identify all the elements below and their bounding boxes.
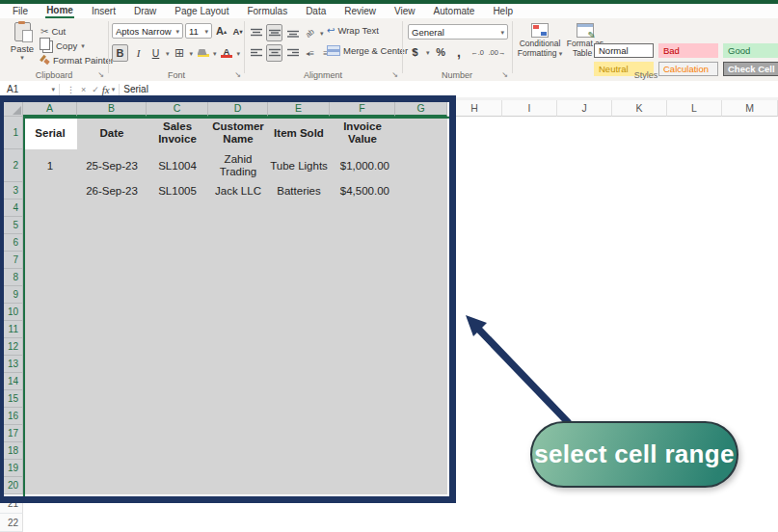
cell-K13[interactable]	[612, 356, 668, 374]
cell-H18[interactable]	[447, 442, 503, 461]
cell-H5[interactable]	[447, 217, 503, 235]
row-header-20[interactable]: 20	[0, 477, 23, 494]
cell-D22[interactable]	[208, 514, 269, 532]
cell-D2[interactable]: Zahid Trading	[208, 149, 269, 183]
cell-D6[interactable]	[208, 234, 269, 253]
cell-D12[interactable]	[208, 338, 269, 357]
cell-H15[interactable]	[447, 390, 503, 409]
fill-color-button[interactable]	[196, 45, 210, 61]
column-header-M[interactable]: M	[722, 100, 778, 117]
more-options-icon[interactable]: ⋮	[64, 85, 78, 94]
cell-G11[interactable]	[395, 321, 448, 339]
cell-L6[interactable]	[667, 234, 723, 253]
decrease-decimal-button[interactable]: .00→	[489, 44, 506, 60]
cell-A17[interactable]	[23, 425, 78, 443]
cell-J21[interactable]	[557, 494, 613, 515]
cell-C6[interactable]	[147, 234, 209, 253]
cell-F21[interactable]	[330, 494, 396, 515]
cell-A5[interactable]	[23, 217, 78, 235]
cell-B5[interactable]	[77, 217, 148, 235]
cell-C16[interactable]	[147, 408, 209, 426]
cell-C20[interactable]	[147, 477, 209, 495]
row-header-19[interactable]: 19	[0, 460, 23, 477]
row-header-21[interactable]: 21	[0, 494, 23, 514]
cell-I12[interactable]	[502, 338, 558, 357]
cell-C13[interactable]	[147, 356, 209, 374]
cell-B17[interactable]	[77, 425, 148, 443]
tab-formulas[interactable]: Formulas	[246, 5, 288, 17]
number-format-combo[interactable]: General ▾	[408, 24, 508, 40]
cell-M13[interactable]	[722, 356, 778, 374]
cell-L9[interactable]	[667, 286, 723, 305]
cell-F6[interactable]	[330, 234, 396, 253]
cell-B11[interactable]	[77, 321, 148, 339]
cell-A12[interactable]	[23, 338, 78, 357]
row-header-18[interactable]: 18	[0, 442, 23, 460]
currency-format-button[interactable]: $	[408, 44, 422, 60]
paste-button[interactable]: Paste ▾	[6, 22, 39, 61]
cell-G2[interactable]	[395, 149, 448, 183]
cell-L14[interactable]	[667, 373, 723, 391]
cell-G14[interactable]	[395, 373, 448, 391]
cell-B2[interactable]: 25-Sep-23	[77, 149, 148, 183]
row-header-6[interactable]: 6	[0, 234, 23, 252]
cell-H17[interactable]	[447, 425, 503, 443]
cell-E6[interactable]	[268, 234, 331, 253]
cell-A3[interactable]	[23, 182, 78, 200]
tab-file[interactable]: File	[12, 5, 29, 17]
cell-E14[interactable]	[268, 373, 331, 391]
cell-A13[interactable]	[23, 356, 78, 374]
middle-align-button[interactable]	[266, 24, 282, 41]
cell-C8[interactable]	[147, 269, 209, 287]
cell-J12[interactable]	[557, 338, 613, 357]
cell-A6[interactable]	[23, 234, 78, 253]
row-header-12[interactable]: 12	[0, 338, 23, 356]
increase-font-size-button[interactable]: A▴	[214, 23, 228, 39]
cell-M9[interactable]	[722, 286, 778, 305]
cell-K9[interactable]	[612, 286, 668, 305]
cell-L1[interactable]	[667, 117, 723, 150]
cell-F20[interactable]	[330, 477, 396, 495]
cell-G10[interactable]	[395, 304, 448, 322]
cell-M16[interactable]	[722, 408, 778, 426]
cell-D17[interactable]	[208, 425, 269, 443]
cell-F18[interactable]	[330, 442, 396, 461]
cell-L22[interactable]	[667, 514, 723, 532]
cell-B9[interactable]	[77, 286, 148, 305]
cell-F4[interactable]	[330, 200, 396, 218]
cell-G19[interactable]	[395, 460, 448, 478]
cell-I4[interactable]	[502, 200, 558, 218]
cell-K1[interactable]	[612, 117, 668, 150]
cell-I3[interactable]	[502, 182, 558, 200]
cell-M11[interactable]	[722, 321, 778, 339]
cell-J15[interactable]	[557, 390, 613, 409]
cell-H1[interactable]	[447, 117, 503, 150]
cell-C14[interactable]	[147, 373, 209, 391]
cell-D7[interactable]	[208, 252, 269, 270]
cell-F5[interactable]	[330, 217, 396, 235]
cell-L13[interactable]	[667, 356, 723, 374]
cell-K22[interactable]	[612, 514, 668, 532]
cell-M22[interactable]	[722, 514, 778, 532]
cell-I14[interactable]	[502, 373, 558, 391]
cell-I15[interactable]	[502, 390, 558, 409]
cell-B4[interactable]	[77, 200, 148, 218]
row-header-14[interactable]: 14	[0, 373, 23, 390]
style-chip-bad[interactable]: Bad	[658, 43, 718, 58]
row-header-2[interactable]: 2	[0, 149, 23, 182]
decrease-font-size-button[interactable]: A▾	[230, 23, 245, 39]
cell-J1[interactable]	[557, 117, 613, 150]
cell-E17[interactable]	[268, 425, 331, 443]
decrease-indent-button[interactable]: ◂≡	[303, 45, 317, 61]
cell-D11[interactable]	[208, 321, 269, 339]
cell-A11[interactable]	[23, 321, 78, 339]
cell-K6[interactable]	[612, 234, 668, 253]
cell-J3[interactable]	[557, 182, 613, 200]
cell-G7[interactable]	[395, 252, 448, 270]
cell-E10[interactable]	[268, 304, 331, 322]
cell-H19[interactable]	[447, 460, 503, 478]
cell-J14[interactable]	[557, 373, 613, 391]
format-painter-button[interactable]: Format Painter	[40, 53, 114, 66]
conditional-formatting-button[interactable]: Conditional Formatting ▾	[517, 23, 563, 59]
cell-D16[interactable]	[208, 408, 269, 426]
